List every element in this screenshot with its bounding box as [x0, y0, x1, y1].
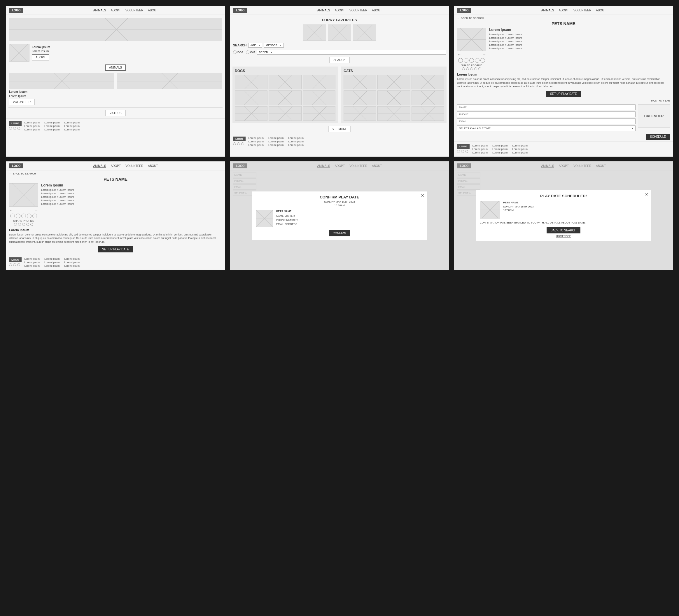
- social-p2-2[interactable]: [13, 263, 16, 266]
- nav-volunteer-home[interactable]: VOLUNTEER: [125, 9, 143, 12]
- footer-col2-item2: Lorem Ipsum: [44, 125, 60, 127]
- share-icon-3[interactable]: [470, 67, 473, 70]
- nav-about-p2[interactable]: ABOUT: [148, 164, 158, 167]
- setup-btn-row-2: SET UP PLAY DATE: [8, 246, 223, 252]
- share-icon-1[interactable]: [462, 67, 465, 70]
- back-to-search-2[interactable]: ← BACK TO SEARCH: [9, 172, 222, 175]
- share-icon-5[interactable]: [478, 67, 481, 70]
- name-input[interactable]: [457, 104, 636, 110]
- info-line-5: Lorem Ipsum : Lorem Ipsum: [489, 47, 670, 50]
- nav-volunteer-p2[interactable]: VOLUNTEER: [125, 164, 143, 167]
- social-icon-2[interactable]: [13, 127, 16, 130]
- back-to-search-button[interactable]: BACK TO SEARCH: [547, 227, 580, 234]
- age-select[interactable]: AGE: [248, 43, 262, 48]
- hero-image: [9, 18, 222, 41]
- nav-adopt-home[interactable]: ADOPT: [111, 9, 121, 12]
- calendar-label: CALENDER: [644, 114, 664, 118]
- thumb2-3[interactable]: [21, 214, 26, 218]
- setup-play-date-button-2[interactable]: SET UP PLAY DATE: [98, 246, 133, 252]
- prev-image-arrow-2[interactable]: ←: [9, 208, 13, 212]
- info2-line-2: Lorem Ipsum : Lorem Ipsum: [41, 192, 222, 195]
- gender-select[interactable]: GENDER: [264, 43, 284, 48]
- nav-about-home[interactable]: ABOUT: [148, 9, 158, 12]
- visit-button[interactable]: VISIT US: [105, 110, 125, 116]
- homepage-anchor[interactable]: HOMEPAGE: [556, 235, 571, 238]
- email-input[interactable]: [457, 119, 636, 124]
- pet-name-title-2: PETS NAME: [6, 177, 225, 182]
- homepage-link[interactable]: HOMEPAGE: [480, 235, 647, 238]
- social-s1[interactable]: [233, 143, 236, 145]
- cat-checkbox[interactable]: CAT: [246, 51, 255, 54]
- nav-adopt-p2[interactable]: ADOPT: [111, 164, 121, 167]
- card-volunteer-image: [9, 73, 114, 89]
- social-p2-1[interactable]: [9, 263, 12, 266]
- thumb2-4[interactable]: [27, 214, 32, 218]
- thumb-5[interactable]: [480, 58, 485, 63]
- footer-logo-search: LOGO: [233, 136, 246, 145]
- share2-icon-4[interactable]: [26, 223, 29, 226]
- footer-logo-p2: LOGO: [9, 257, 22, 266]
- thumb-2[interactable]: [464, 58, 468, 63]
- thumb2-2[interactable]: [16, 214, 21, 218]
- social-p2[interactable]: [461, 150, 464, 153]
- wireframe-scheduled: LOGO ANIMALS ADOPT VOLUNTEER ABOUT NAME …: [454, 161, 673, 270]
- scheduled-close-icon[interactable]: ✕: [645, 192, 648, 196]
- footer-p2c1: Lorem Ipsum Lorem Ipsum Lorem Ipsum: [25, 257, 40, 267]
- nav-about-search[interactable]: ABOUT: [372, 9, 382, 12]
- time-select[interactable]: SELECT AVAILABLE TIME: [457, 125, 636, 131]
- social-p1[interactable]: [457, 150, 460, 153]
- thumb-1[interactable]: [458, 58, 463, 63]
- social-p2-3[interactable]: [17, 263, 20, 266]
- dog-checkbox-circle[interactable]: [233, 51, 236, 54]
- cards-row-1: Lorem Ipsum Lorem Ipsum ADOPT: [9, 44, 222, 62]
- share-icon-4[interactable]: [474, 67, 477, 70]
- next-image-arrow-2[interactable]: →: [34, 208, 38, 212]
- nav-volunteer-search[interactable]: VOLUNTEER: [349, 9, 367, 12]
- social-s3[interactable]: [241, 143, 244, 145]
- nav-adopt-profile[interactable]: ADOPT: [559, 9, 569, 12]
- cat-checkbox-circle[interactable]: [246, 51, 249, 54]
- nav-animals-home[interactable]: ANIMALS: [93, 9, 106, 12]
- nav-animals-search[interactable]: ANIMALS: [317, 9, 330, 12]
- phone-input[interactable]: [457, 112, 636, 117]
- nav-animals-profile[interactable]: ANIMALS: [541, 9, 554, 12]
- breed-select[interactable]: BREED: [257, 50, 446, 55]
- next-image-arrow[interactable]: →: [482, 52, 486, 57]
- cats-grid: [344, 75, 444, 121]
- social-icon-3[interactable]: [17, 127, 20, 130]
- thumb-4[interactable]: [475, 58, 480, 63]
- share2-icon-1[interactable]: [14, 223, 17, 226]
- social-p3[interactable]: [465, 150, 468, 153]
- schedule-button[interactable]: SCHEDULE: [646, 134, 670, 140]
- dog-checkbox[interactable]: DOG: [233, 51, 244, 54]
- calendar-widget[interactable]: CALENDER: [638, 104, 670, 128]
- adopt-button[interactable]: ADOPT: [32, 54, 49, 60]
- desc-text-2: Lorem ipsum dolor sit amet, consectetur …: [9, 233, 222, 244]
- share-icon-2[interactable]: [466, 67, 469, 70]
- volunteer-button[interactable]: VOLUNTEER: [9, 99, 34, 105]
- social-icon-1[interactable]: [9, 127, 12, 130]
- thumb-3[interactable]: [469, 58, 474, 63]
- pet-desc-2: Lorem Ipsum Lorem ipsum dolor sit amet, …: [9, 228, 222, 244]
- share2-icon-2[interactable]: [18, 223, 21, 226]
- thumb2-1[interactable]: [10, 214, 15, 218]
- see-more-button[interactable]: SEE MORE: [328, 126, 351, 132]
- footer-search: LOGO Lorem Ipsum Lorem Ipsum Lorem Ipsum…: [230, 134, 449, 149]
- prev-image-arrow[interactable]: ←: [457, 52, 461, 57]
- search-button[interactable]: SEARCH: [330, 57, 349, 63]
- nav-animals-p2[interactable]: ANIMALS: [93, 164, 106, 167]
- nav-links-profile: ANIMALS ADOPT VOLUNTEER ABOUT: [477, 9, 670, 12]
- modal-close-icon[interactable]: ✕: [421, 193, 424, 198]
- thumb2-5[interactable]: [32, 214, 37, 218]
- back-to-search[interactable]: ← BACK TO SEARCH: [457, 17, 670, 20]
- nav-volunteer-profile[interactable]: VOLUNTEER: [574, 9, 591, 12]
- nav-adopt-search[interactable]: ADOPT: [335, 9, 345, 12]
- setup-play-date-button[interactable]: SET UP PLAY DATE: [546, 91, 581, 97]
- confirm-button[interactable]: CONFIRM: [329, 230, 351, 236]
- animals-button[interactable]: ANIMALS: [105, 64, 126, 71]
- nav-about-profile[interactable]: ABOUT: [596, 9, 606, 12]
- share2-icon-5[interactable]: [30, 223, 33, 226]
- pet-image-col-2: ← → SHARE PROFILE: [9, 183, 38, 226]
- share2-icon-3[interactable]: [22, 223, 25, 226]
- social-s2[interactable]: [237, 143, 240, 145]
